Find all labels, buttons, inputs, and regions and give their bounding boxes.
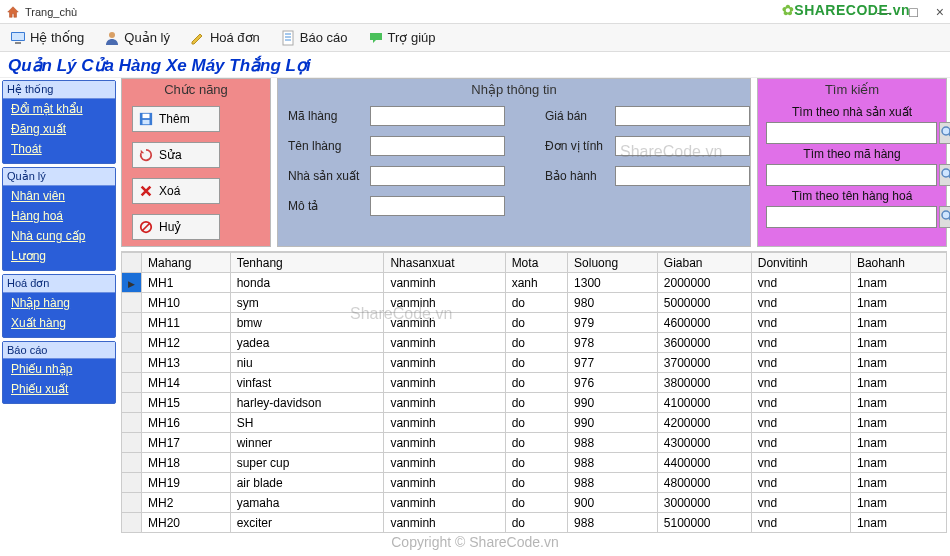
cell[interactable]: 977 <box>568 353 658 373</box>
cell[interactable]: 988 <box>568 453 658 473</box>
col-header[interactable]: Baohanh <box>850 253 946 273</box>
cell[interactable]: 4800000 <box>657 473 751 493</box>
cell[interactable]: 1nam <box>850 313 946 333</box>
cell[interactable]: sym <box>230 293 384 313</box>
cell[interactable]: vanminh <box>384 293 505 313</box>
cell[interactable]: vanminh <box>384 373 505 393</box>
menu-hoá-đơn[interactable]: Hoá đơn <box>184 30 266 46</box>
side-link[interactable]: Đổi mật khẩu <box>3 99 115 119</box>
cell[interactable]: 1nam <box>850 273 946 293</box>
cell[interactable]: 1300 <box>568 273 658 293</box>
cell[interactable]: vanminh <box>384 513 505 533</box>
cell[interactable]: vnd <box>751 353 850 373</box>
table-row[interactable]: MH19air bladevanminhdo9884800000vnd1nam <box>122 473 947 493</box>
cell[interactable]: 978 <box>568 333 658 353</box>
cell[interactable]: 900 <box>568 493 658 513</box>
cell[interactable]: 4300000 <box>657 433 751 453</box>
cell[interactable]: SH <box>230 413 384 433</box>
side-link[interactable]: Lương <box>3 246 115 266</box>
side-link[interactable]: Nhà cung cấp <box>3 226 115 246</box>
cell[interactable]: exciter <box>230 513 384 533</box>
cell[interactable]: MH20 <box>142 513 231 533</box>
cell[interactable]: do <box>505 353 567 373</box>
cell[interactable]: niu <box>230 353 384 373</box>
cell[interactable]: 1nam <box>850 353 946 373</box>
search-input[interactable] <box>766 164 937 186</box>
text-input[interactable] <box>615 106 750 126</box>
text-input[interactable] <box>615 166 750 186</box>
search-input[interactable] <box>766 122 937 144</box>
cell[interactable]: vnd <box>751 493 850 513</box>
cell[interactable]: 4600000 <box>657 313 751 333</box>
cell[interactable]: 1nam <box>850 453 946 473</box>
cell[interactable]: vanminh <box>384 333 505 353</box>
cell[interactable]: 1nam <box>850 373 946 393</box>
text-input[interactable] <box>370 196 505 216</box>
cell[interactable]: super cup <box>230 453 384 473</box>
cell[interactable]: MH19 <box>142 473 231 493</box>
side-link[interactable]: Xuất hàng <box>3 313 115 333</box>
cell[interactable]: vanminh <box>384 453 505 473</box>
table-row[interactable]: MH12yadeavanminhdo9783600000vnd1nam <box>122 333 947 353</box>
cell[interactable]: 3000000 <box>657 493 751 513</box>
cell[interactable]: vinfast <box>230 373 384 393</box>
menu-báo-cáo[interactable]: Báo cáo <box>274 30 354 46</box>
cell[interactable]: 4200000 <box>657 413 751 433</box>
cell[interactable]: 990 <box>568 413 658 433</box>
text-input[interactable] <box>615 136 750 156</box>
cell[interactable]: 1nam <box>850 493 946 513</box>
col-header[interactable]: Tenhang <box>230 253 384 273</box>
cell[interactable]: 980 <box>568 293 658 313</box>
table-row[interactable]: MH10symvanminhdo9805000000vnd1nam <box>122 293 947 313</box>
cell[interactable]: MH14 <box>142 373 231 393</box>
cell[interactable]: vnd <box>751 313 850 333</box>
cell[interactable]: 988 <box>568 473 658 493</box>
cell[interactable]: do <box>505 413 567 433</box>
search-button[interactable] <box>939 164 950 186</box>
cell[interactable]: bmw <box>230 313 384 333</box>
cell[interactable]: vanminh <box>384 393 505 413</box>
cell[interactable]: 1nam <box>850 293 946 313</box>
cell[interactable]: 5000000 <box>657 293 751 313</box>
cell[interactable]: do <box>505 493 567 513</box>
cell[interactable]: MH1 <box>142 273 231 293</box>
maximize-button[interactable]: □ <box>909 4 917 20</box>
cell[interactable]: do <box>505 393 567 413</box>
text-input[interactable] <box>370 166 505 186</box>
cell[interactable]: vnd <box>751 373 850 393</box>
cell[interactable]: MH15 <box>142 393 231 413</box>
close-button[interactable]: × <box>936 4 944 20</box>
cell[interactable]: vnd <box>751 293 850 313</box>
search-button[interactable] <box>939 206 950 228</box>
cell[interactable]: 990 <box>568 393 658 413</box>
cell[interactable]: 1nam <box>850 413 946 433</box>
cell[interactable]: MH18 <box>142 453 231 473</box>
col-header[interactable]: Giaban <box>657 253 751 273</box>
cell[interactable]: MH11 <box>142 313 231 333</box>
cell[interactable]: MH12 <box>142 333 231 353</box>
table-row[interactable]: MH17winnervanminhdo9884300000vnd1nam <box>122 433 947 453</box>
cell[interactable]: vnd <box>751 453 850 473</box>
cell[interactable]: harley-davidson <box>230 393 384 413</box>
cell[interactable]: vnd <box>751 513 850 533</box>
side-link[interactable]: Phiếu xuất <box>3 379 115 399</box>
cell[interactable]: 988 <box>568 433 658 453</box>
menu-quản-lý[interactable]: Quản lý <box>98 30 176 46</box>
sửa-button[interactable]: Sửa <box>132 142 220 168</box>
cell[interactable]: vnd <box>751 433 850 453</box>
table-row[interactable]: MH2yamahavanminhdo9003000000vnd1nam <box>122 493 947 513</box>
table-row[interactable]: MH15harley-davidsonvanminhdo9904100000vn… <box>122 393 947 413</box>
side-link[interactable]: Phiếu nhập <box>3 359 115 379</box>
cell[interactable]: vanminh <box>384 493 505 513</box>
cell[interactable]: do <box>505 373 567 393</box>
cell[interactable]: 3700000 <box>657 353 751 373</box>
cell[interactable]: vnd <box>751 393 850 413</box>
cell[interactable]: yamaha <box>230 493 384 513</box>
col-header[interactable]: Nhasanxuat <box>384 253 505 273</box>
huỷ-button[interactable]: Huỷ <box>132 214 220 240</box>
table-row[interactable]: MH14vinfastvanminhdo9763800000vnd1nam <box>122 373 947 393</box>
cell[interactable]: 3600000 <box>657 333 751 353</box>
table-row[interactable]: MH18super cupvanminhdo9884400000vnd1nam <box>122 453 947 473</box>
cell[interactable]: air blade <box>230 473 384 493</box>
cell[interactable]: vanminh <box>384 433 505 453</box>
